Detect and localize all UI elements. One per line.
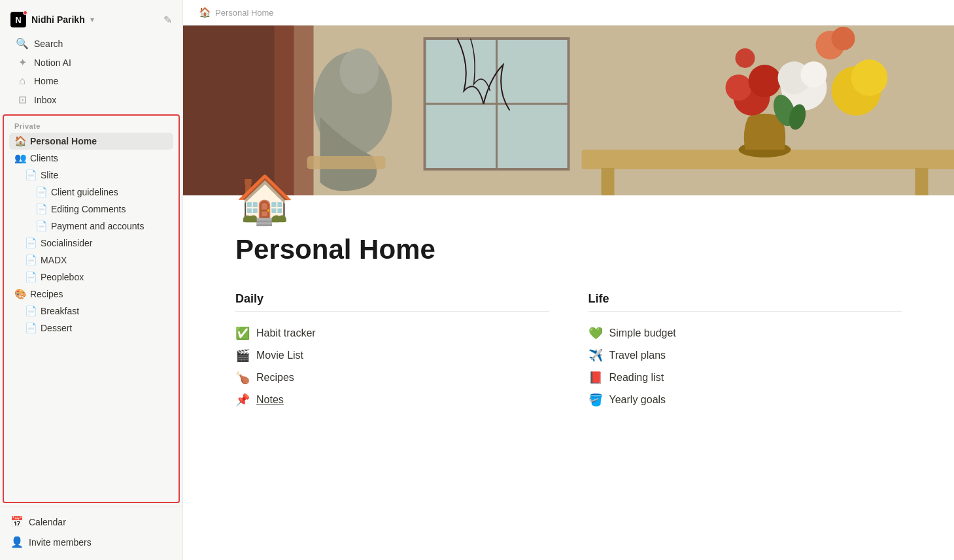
home-icon: ⌂ [16,75,29,87]
sidebar-item-search[interactable]: 🔍 Search [10,34,172,53]
svg-point-20 [851,59,888,96]
page-icon: 🏠 [235,176,294,223]
movie-list-label: Movie List [256,350,303,361]
svg-point-15 [749,65,781,97]
cover-image [183,25,954,195]
notes-label: Notes [256,394,284,406]
yearly-goals-link[interactable]: 🪣 Yearly goals [588,389,902,411]
document-icon: 📄 [35,186,47,198]
chevron-down-icon: ▾ [90,15,94,24]
goals-icon: 🪣 [588,393,603,407]
sidebar-item-home[interactable]: ⌂ Home [10,72,172,90]
edit-icon[interactable]: ✎ [163,14,172,26]
sidebar-item-madx[interactable]: 📄 MADX [9,252,173,269]
sidebar-item-slite[interactable]: 📄 Slite [9,167,173,184]
columns-container: Daily ✅ Habit tracker 🎬 Movie List 🍗 Rec… [235,292,902,411]
sidebar-item-socialinsider[interactable]: 📄 Socialinsider [9,235,173,252]
inbox-icon: ⊡ [16,93,29,106]
pin-icon: 📌 [235,393,250,407]
sidebar-item-clients[interactable]: 👥 Clients [9,150,173,167]
document-icon: 📄 [25,169,37,181]
budget-icon: 💚 [588,326,603,340]
sidebar-item-personal-home[interactable]: 🏠 Personal Home [9,133,173,150]
private-label: Private [9,116,173,133]
notification-dot [23,10,27,15]
daily-divider [235,311,549,312]
sidebar-item-notion-ai[interactable]: ✦ Notion AI [10,53,172,72]
sidebar-item-peoplebox[interactable]: 📄 Peoplebox [9,269,173,286]
habit-tracker-label: Habit tracker [256,327,316,339]
svg-point-4 [340,48,379,94]
simple-budget-label: Simple budget [609,327,676,339]
svg-point-23 [736,48,755,68]
life-column: Life 💚 Simple budget ✈️ Travel plans 📕 R… [588,292,902,411]
notion-logo: N [10,12,26,27]
private-section: Private 🏠 Personal Home 👥 Clients 📄 Slit… [3,114,180,503]
daily-heading: Daily [235,292,549,306]
habit-tracker-link[interactable]: ✅ Habit tracker [235,322,549,344]
recipes-emoji-icon: 🍗 [235,371,250,385]
user-name: Nidhi Parikh [31,14,85,25]
svg-point-22 [832,27,855,50]
breadcrumb-icon: 🏠 [199,7,211,18]
plane-icon: ✈️ [588,348,603,363]
sidebar-nav: 🔍 Search ✦ Notion AI ⌂ Home ⊡ Inbox [5,31,177,112]
search-icon: 🔍 [16,37,29,50]
book-icon: 📕 [588,371,603,385]
document-icon: 📄 [25,237,37,249]
document-icon: 📄 [35,220,47,232]
svg-point-14 [726,74,752,101]
main-content: 🏠 Personal Home [183,0,954,560]
recipes-icon: 🎨 [14,288,26,300]
svg-rect-2 [275,25,314,195]
document-icon: 📄 [25,271,37,283]
simple-budget-link[interactable]: 💚 Simple budget [588,322,902,344]
page-body: Personal Home Daily ✅ Habit tracker 🎬 Mo… [183,223,954,450]
sidebar-item-inbox[interactable]: ⊡ Inbox [10,90,172,109]
recipes-link[interactable]: 🍗 Recipes [235,367,549,389]
document-icon: 📄 [25,254,37,266]
user-left: N Nidhi Parikh ▾ [10,12,94,27]
house-emoji-icon: 🏠 [14,135,26,147]
sidebar-bottom: 📅 Calendar 👤 Invite members [0,506,182,560]
sidebar-item-payment-accounts[interactable]: 📄 Payment and accounts [9,218,173,235]
breadcrumb-label: Personal Home [215,8,274,18]
sidebar-item-recipes[interactable]: 🎨 Recipes [9,286,173,303]
sidebar: N Nidhi Parikh ▾ ✎ 🔍 Search ✦ Notion AI … [0,0,183,560]
daily-column: Daily ✅ Habit tracker 🎬 Movie List 🍗 Rec… [235,292,549,411]
sidebar-item-invite-members[interactable]: 👤 Invite members [5,532,177,552]
page-icon-container: 🏠 [183,176,954,223]
svg-point-18 [801,61,827,88]
svg-rect-5 [307,156,386,169]
notion-ai-icon: ✦ [16,56,29,69]
sidebar-top: N Nidhi Parikh ▾ ✎ 🔍 Search ✦ Notion AI … [0,0,182,114]
sidebar-item-editing-comments[interactable]: 📄 Editing Comments [9,201,173,218]
life-divider [588,311,902,312]
person-icon: 👤 [10,536,24,548]
reading-list-link[interactable]: 📕 Reading list [588,367,902,389]
movie-icon: 🎬 [235,348,250,363]
sidebar-item-calendar[interactable]: 📅 Calendar [5,512,177,532]
document-icon: 📄 [25,322,37,334]
document-icon: 📄 [35,203,47,215]
movie-list-link[interactable]: 🎬 Movie List [235,344,549,367]
page-title: Personal Home [235,233,902,266]
calendar-icon: 📅 [10,516,24,528]
user-row[interactable]: N Nidhi Parikh ▾ ✎ [5,8,177,31]
breadcrumb: 🏠 Personal Home [183,0,954,25]
recipes-label: Recipes [256,372,294,384]
travel-plans-link[interactable]: ✈️ Travel plans [588,344,902,367]
checkbox-icon: ✅ [235,326,250,340]
yearly-goals-label: Yearly goals [609,394,666,406]
travel-plans-label: Travel plans [609,350,666,361]
sidebar-item-breakfast[interactable]: 📄 Breakfast [9,303,173,320]
clients-icon: 👥 [14,152,26,164]
notes-link[interactable]: 📌 Notes [235,389,549,411]
sidebar-item-client-guidelines[interactable]: 📄 Client guidelines [9,184,173,201]
sidebar-item-dessert[interactable]: 📄 Dessert [9,320,173,337]
document-icon: 📄 [25,305,37,317]
life-heading: Life [588,292,902,306]
reading-list-label: Reading list [609,372,664,384]
